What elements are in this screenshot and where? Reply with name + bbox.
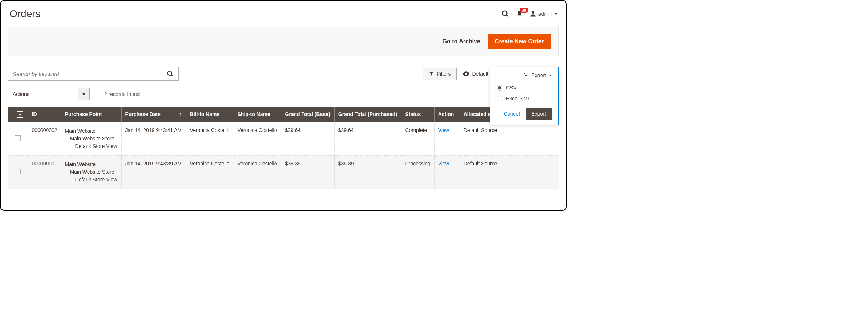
orders-table: ID Purchase Point Purchase Date↑ Bill-to… [8,107,559,189]
select-all-checkbox[interactable] [12,112,17,117]
cell-grand-purchased: $39.64 [334,122,401,156]
radio-unchecked-icon [497,96,502,101]
cell-allocated: Default Source [460,122,512,156]
cell-grand-base: $36.39 [281,156,334,189]
cell-bill-to: Veronica Costello [186,156,234,189]
export-label: Export [532,72,546,78]
xml-label: Excel XML [506,96,530,101]
csv-label: CSV [506,85,517,91]
cell-id: 000000001 [28,156,61,189]
svg-point-0 [502,11,507,16]
export-cancel-link[interactable]: Cancel [504,111,520,117]
caret-up-icon [549,75,552,76]
col-header-grand-purchased[interactable]: Grand Total (Purchased) [334,107,401,122]
notification-bell-icon[interactable]: 39 [516,10,523,18]
radio-checked-icon [497,85,502,91]
archive-link[interactable]: Go to Archive [443,38,480,45]
caret-down-icon [78,88,89,100]
cell-purchase-point: Main WebsiteMain Website StoreDefault St… [61,156,121,189]
col-header-status[interactable]: Status [401,107,434,122]
col-header-purchase-point[interactable]: Purchase Point [61,107,121,122]
cell-allocated: Default Source [460,156,512,189]
export-panel: Export CSV Excel XML Cancel Export [490,67,559,125]
cell-id: 000000002 [28,122,61,156]
sort-asc-icon: ↑ [179,111,182,117]
filters-label: Filters [437,71,451,77]
col-header-action[interactable]: Action [434,107,460,122]
export-option-xml[interactable]: Excel XML [497,96,552,101]
svg-point-3 [168,71,172,76]
records-found: 2 records found [104,91,140,97]
select-all-dropdown[interactable] [17,111,23,118]
actions-dropdown[interactable]: Actions [8,88,90,100]
view-link[interactable]: View [438,127,449,133]
export-option-csv[interactable]: CSV [497,85,552,91]
cell-bill-to: Veronica Costello [186,122,234,156]
cell-grand-purchased: $36.39 [334,156,401,189]
export-dropdown-toggle[interactable]: Export [497,72,552,78]
export-submit-button[interactable]: Export [526,108,552,120]
col-header-bill-to[interactable]: Bill-to Name [186,107,234,122]
col-header-purchase-date[interactable]: Purchase Date↑ [121,107,186,122]
col-header-ship-to[interactable]: Ship-to Name [234,107,281,122]
col-header-grand-base[interactable]: Grand Total (Base) [281,107,334,122]
row-checkbox[interactable] [15,135,21,141]
search-input[interactable] [13,71,167,77]
cell-purchase-date: Jan 14, 2019 9:43:39 AM [121,156,186,189]
search-icon[interactable] [501,10,509,18]
create-order-button[interactable]: Create New Order [488,34,551,49]
admin-label: admin [538,11,552,17]
svg-line-4 [171,75,173,76]
cell-ship-to: Veronica Costello [234,122,281,156]
toolbar: Go to Archive Create New Order [8,27,559,56]
cell-status: Processing [401,156,434,189]
search-box [8,67,179,81]
col-header-id[interactable]: ID [28,107,61,122]
cell-ship-to: Veronica Costello [234,156,281,189]
admin-user-menu[interactable]: admin [530,11,557,17]
table-row: 000000001 Main WebsiteMain Website Store… [8,156,559,189]
caret-down-icon [554,13,557,15]
cell-purchase-date: Jan 14, 2019 9:43:41 AM [121,122,186,156]
page-title: Orders [9,8,41,20]
cell-purchase-point: Main WebsiteMain Website StoreDefault St… [61,122,121,156]
filters-button[interactable]: Filters [423,68,457,80]
table-row: 000000002 Main WebsiteMain Website Store… [8,122,559,156]
svg-line-1 [506,15,508,17]
row-checkbox[interactable] [15,169,21,174]
view-link[interactable]: View [438,161,449,166]
header-actions: 39 admin [501,10,557,18]
cell-grand-base: $39.64 [281,122,334,156]
svg-point-2 [532,11,534,14]
notification-badge: 39 [520,8,528,13]
search-submit-icon[interactable] [167,70,174,77]
actions-label: Actions [8,91,78,97]
cell-status: Complete [401,122,434,156]
